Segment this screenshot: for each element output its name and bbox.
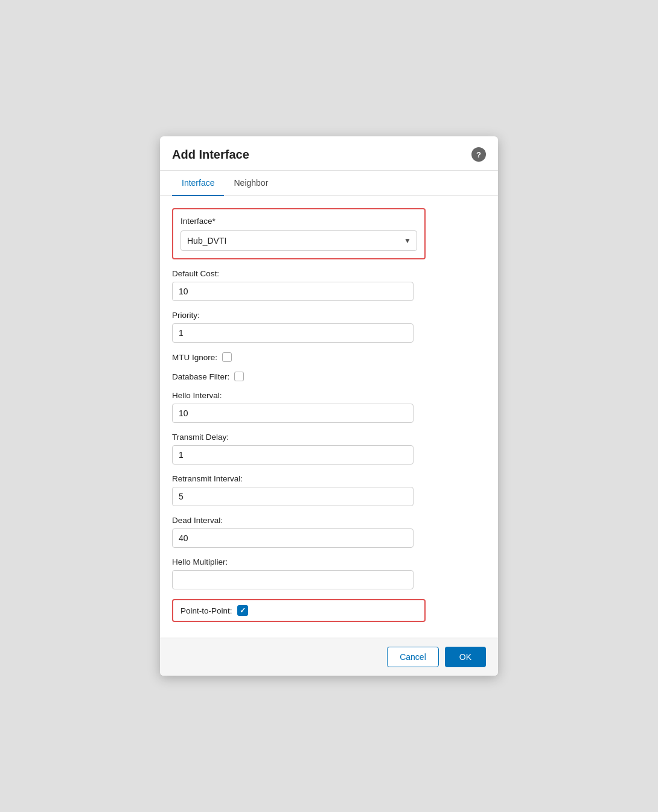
priority-group: Priority: — [172, 311, 486, 343]
priority-label: Priority: — [172, 311, 486, 320]
interface-label: Interface* — [180, 217, 417, 226]
mtu-ignore-group: MTU Ignore: — [172, 352, 486, 362]
point-to-point-group: Point-to-Point: — [172, 599, 426, 622]
hello-multiplier-input[interactable] — [172, 570, 414, 589]
transmit-delay-group: Transmit Delay: — [172, 433, 486, 465]
hello-interval-input[interactable] — [172, 404, 414, 423]
dialog-header: Add Interface ? — [160, 136, 498, 171]
transmit-delay-input[interactable] — [172, 445, 414, 465]
retransmit-interval-label: Retransmit Interval: — [172, 474, 486, 483]
dead-interval-label: Dead Interval: — [172, 516, 486, 525]
retransmit-interval-group: Retransmit Interval: — [172, 474, 486, 506]
interface-field-group: Interface* Hub_DVTI ▼ — [172, 208, 426, 259]
tab-neighbor[interactable]: Neighbor — [224, 171, 278, 196]
mtu-ignore-checkbox[interactable] — [222, 352, 232, 362]
dead-interval-group: Dead Interval: — [172, 516, 486, 548]
tab-interface[interactable]: Interface — [172, 171, 224, 196]
database-filter-checkbox[interactable] — [234, 372, 244, 381]
point-to-point-label: Point-to-Point: — [180, 606, 232, 615]
database-filter-group: Database Filter: — [172, 372, 486, 381]
dead-interval-input[interactable] — [172, 528, 414, 548]
dialog-body: Interface* Hub_DVTI ▼ Default Cost: Prio… — [160, 196, 498, 638]
interface-select-wrapper: Hub_DVTI ▼ — [180, 230, 417, 251]
hello-multiplier-group: Hello Multiplier: — [172, 557, 486, 589]
retransmit-interval-input[interactable] — [172, 487, 414, 506]
tab-bar: Interface Neighbor — [160, 171, 498, 196]
add-interface-dialog: Add Interface ? Interface Neighbor Inter… — [160, 136, 498, 676]
hello-interval-group: Hello Interval: — [172, 391, 486, 423]
priority-input[interactable] — [172, 323, 414, 343]
mtu-ignore-label: MTU Ignore: — [172, 353, 217, 362]
default-cost-input[interactable] — [172, 282, 414, 301]
default-cost-label: Default Cost: — [172, 269, 486, 278]
hello-interval-label: Hello Interval: — [172, 391, 486, 400]
database-filter-label: Database Filter: — [172, 372, 229, 381]
dialog-footer: Cancel OK — [160, 638, 498, 676]
transmit-delay-label: Transmit Delay: — [172, 433, 486, 442]
dialog-title: Add Interface — [172, 148, 249, 162]
default-cost-group: Default Cost: — [172, 269, 486, 301]
cancel-button[interactable]: Cancel — [387, 647, 439, 667]
hello-multiplier-label: Hello Multiplier: — [172, 557, 486, 566]
help-icon[interactable]: ? — [471, 147, 486, 162]
ok-button[interactable]: OK — [445, 647, 486, 667]
interface-select[interactable]: Hub_DVTI — [180, 230, 417, 251]
point-to-point-checkbox[interactable] — [237, 605, 248, 616]
